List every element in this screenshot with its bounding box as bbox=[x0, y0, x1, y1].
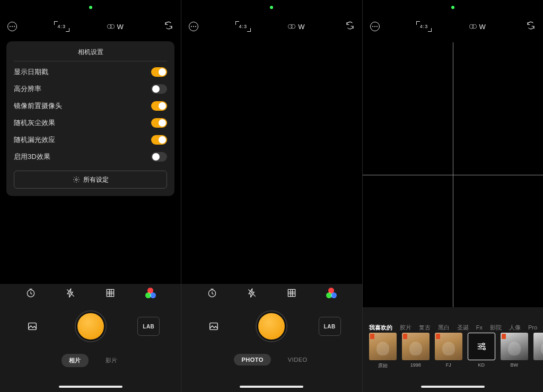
filter-category-tab[interactable]: 我喜欢的 bbox=[369, 324, 392, 332]
lens-select-button[interactable]: W bbox=[107, 22, 124, 31]
setting-row-dust: 随机灰尘效果 bbox=[14, 114, 167, 131]
switch-camera-button[interactable] bbox=[526, 21, 536, 32]
grid-button[interactable] bbox=[105, 288, 116, 298]
setting-label: 镜像前置摄像头 bbox=[14, 101, 62, 111]
toggle-high-res[interactable] bbox=[151, 84, 167, 94]
lens-icon bbox=[469, 22, 477, 31]
svg-point-8 bbox=[291, 24, 295, 29]
lab-button[interactable]: LAB bbox=[137, 317, 160, 336]
home-indicator-icon[interactable] bbox=[421, 386, 485, 388]
svg-rect-11 bbox=[288, 289, 295, 296]
more-options-button[interactable] bbox=[7, 22, 17, 31]
filter-item-kd[interactable]: KD bbox=[468, 333, 495, 375]
setting-row-light-leak: 随机漏光效应 bbox=[14, 131, 167, 148]
top-toolbar: 4:3 W bbox=[181, 16, 362, 37]
setting-label: 随机灰尘效果 bbox=[14, 118, 55, 128]
camera-active-indicator-icon bbox=[270, 6, 273, 9]
setting-label: 启用3D效果 bbox=[14, 152, 50, 162]
favorite-badge-icon bbox=[370, 334, 374, 339]
flash-button[interactable] bbox=[65, 288, 76, 298]
setting-label: 高分辨率 bbox=[14, 84, 41, 94]
mode-video-tab[interactable]: 影片 bbox=[103, 354, 120, 367]
lab-button[interactable]: LAB bbox=[319, 317, 341, 336]
viewfinder[interactable] bbox=[181, 42, 362, 281]
gear-icon bbox=[73, 176, 80, 183]
filter-category-tab[interactable]: 胶片 bbox=[400, 324, 411, 332]
aspect-ratio-button[interactable]: 4:3 bbox=[239, 24, 248, 29]
filter-strip[interactable]: 原始 1998 FJ KD BW bbox=[363, 333, 543, 375]
more-options-button[interactable] bbox=[370, 22, 380, 31]
phone-screen-filters: 4:3 W 我喜欢的 胶片 复古 黑白 圣诞 Fx 影院 人像 Pro 原始 bbox=[362, 0, 543, 392]
mode-photo-tab[interactable]: PHOTO bbox=[234, 354, 270, 366]
aspect-ratio-button[interactable]: 4:3 bbox=[58, 24, 66, 29]
timer-button[interactable] bbox=[25, 288, 36, 298]
mode-video-tab[interactable]: VIDEO bbox=[286, 354, 310, 366]
settings-panel-title: 相机设置 bbox=[14, 48, 167, 61]
secondary-toolbar bbox=[0, 284, 181, 302]
filter-item-fj[interactable]: FJ bbox=[435, 333, 462, 375]
svg-point-15 bbox=[482, 343, 484, 345]
switch-camera-button[interactable] bbox=[164, 21, 173, 32]
toggle-light-leak[interactable] bbox=[151, 135, 167, 145]
mode-switcher[interactable]: 相片 影片 bbox=[62, 354, 120, 367]
filter-category-tab[interactable]: 影院 bbox=[490, 324, 502, 332]
bottom-controls: LAB PHOTO VIDEO bbox=[181, 302, 362, 392]
filter-item-bw[interactable]: BW bbox=[501, 333, 528, 375]
lens-select-button[interactable]: W bbox=[287, 22, 304, 31]
filter-category-tab[interactable]: 黑白 bbox=[438, 324, 450, 332]
lens-label: W bbox=[298, 23, 304, 31]
toggle-mirror-front[interactable] bbox=[151, 101, 167, 111]
mode-switcher[interactable]: PHOTO VIDEO bbox=[234, 354, 309, 366]
filter-category-tab[interactable]: 圣诞 bbox=[457, 324, 469, 332]
timer-button[interactable] bbox=[207, 288, 217, 298]
toggle-date-stamp[interactable] bbox=[151, 67, 167, 77]
home-indicator-icon[interactable] bbox=[59, 386, 122, 388]
more-options-button[interactable] bbox=[189, 22, 198, 31]
filter-adjust-icon bbox=[468, 333, 495, 360]
filter-category-tab[interactable]: 复古 bbox=[419, 324, 431, 332]
home-indicator-icon[interactable] bbox=[240, 386, 303, 388]
shutter-button[interactable] bbox=[257, 311, 286, 341]
filter-item-1998[interactable]: 1998 bbox=[402, 333, 430, 375]
grid-button[interactable] bbox=[286, 288, 297, 298]
setting-row-3d: 启用3D效果 bbox=[14, 148, 167, 165]
toggle-3d[interactable] bbox=[151, 152, 167, 162]
svg-point-1 bbox=[110, 24, 114, 29]
filter-item-original[interactable]: 原始 bbox=[369, 333, 397, 375]
flash-button[interactable] bbox=[247, 288, 257, 298]
camera-active-indicator-icon bbox=[89, 6, 92, 9]
mode-photo-tab[interactable]: 相片 bbox=[62, 354, 89, 367]
lens-icon bbox=[107, 22, 115, 31]
all-settings-button[interactable]: 所有设定 bbox=[14, 171, 167, 189]
shutter-button[interactable] bbox=[76, 311, 106, 341]
filter-thumb-icon bbox=[402, 333, 430, 360]
all-settings-label: 所有设定 bbox=[83, 175, 109, 184]
filter-thumb-icon bbox=[533, 333, 543, 360]
svg-rect-5 bbox=[107, 289, 114, 296]
filter-category-tabs[interactable]: 我喜欢的 胶片 复古 黑白 圣诞 Fx 影院 人像 Pro bbox=[363, 322, 543, 333]
bottom-controls: 我喜欢的 胶片 复古 黑白 圣诞 Fx 影院 人像 Pro 原始 1998 FJ bbox=[363, 307, 543, 392]
filter-item-more[interactable] bbox=[533, 333, 543, 375]
gallery-button[interactable] bbox=[21, 317, 43, 336]
filter-category-tab[interactable]: Fx bbox=[476, 324, 483, 331]
secondary-toolbar bbox=[181, 284, 362, 302]
lens-select-button[interactable]: W bbox=[469, 22, 486, 31]
color-filter-button[interactable] bbox=[145, 288, 156, 298]
svg-rect-12 bbox=[210, 323, 218, 330]
favorite-badge-icon bbox=[436, 334, 440, 339]
filter-category-tab[interactable]: Pro bbox=[528, 324, 537, 331]
bottom-controls: LAB 相片 影片 bbox=[0, 302, 181, 392]
filter-thumb-icon bbox=[501, 333, 528, 360]
setting-label: 随机漏光效应 bbox=[14, 135, 55, 145]
toggle-dust[interactable] bbox=[151, 118, 167, 128]
viewfinder[interactable] bbox=[363, 42, 543, 307]
top-toolbar: 4:3 W bbox=[0, 16, 181, 37]
switch-camera-button[interactable] bbox=[345, 21, 355, 32]
gallery-button[interactable] bbox=[203, 317, 225, 336]
color-filter-button[interactable] bbox=[326, 288, 337, 298]
aspect-ratio-button[interactable]: 4:3 bbox=[420, 24, 428, 29]
filter-category-tab[interactable]: 人像 bbox=[509, 324, 521, 332]
setting-row-high-res: 高分辨率 bbox=[14, 81, 167, 97]
lens-label: W bbox=[479, 23, 486, 31]
svg-point-16 bbox=[479, 345, 481, 348]
